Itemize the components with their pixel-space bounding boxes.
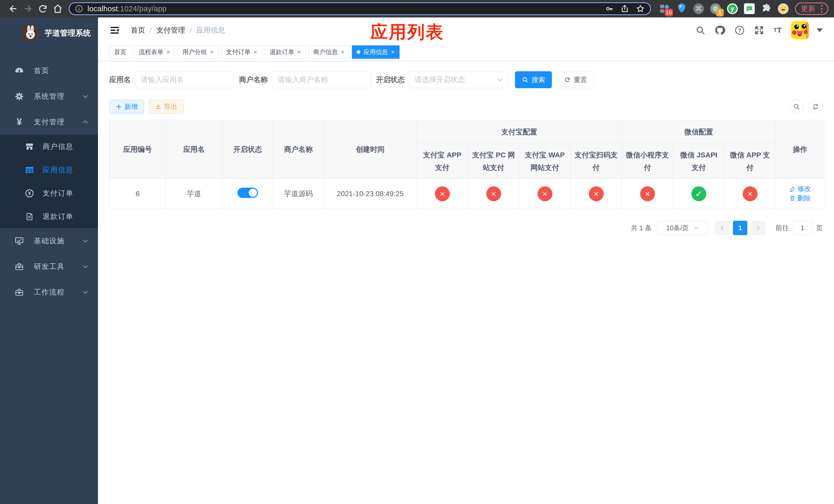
extension-chat-icon[interactable] — [744, 3, 755, 14]
browser-home-button[interactable] — [50, 2, 65, 15]
avatar-caret-icon[interactable] — [816, 28, 823, 32]
browser-menu-icon[interactable] — [821, 5, 822, 13]
tab-home[interactable]: 首页 — [109, 45, 131, 59]
tab-pay-orders[interactable]: 支付订单× — [221, 45, 262, 59]
table-grid-icon — [24, 165, 36, 175]
extension-tampermonkey-icon[interactable]: 10 — [659, 3, 671, 14]
pagination-total: 共 1 条 — [631, 224, 652, 232]
sidebar-item-refund-orders[interactable]: 退款订单 — [0, 205, 98, 228]
address-bar[interactable]: localhost:1024/pay/app — [69, 2, 651, 15]
site-info-icon[interactable] — [74, 4, 83, 13]
tab-process-form[interactable]: 流程表单× — [134, 45, 175, 59]
password-key-icon[interactable] — [605, 4, 614, 13]
share-icon[interactable] — [620, 4, 629, 13]
tab-merchant-info[interactable]: 商户信息× — [308, 45, 349, 59]
status-select[interactable]: 请选择开启状态 — [409, 71, 508, 88]
search-icon[interactable] — [696, 25, 705, 35]
help-icon[interactable]: ? — [734, 25, 745, 36]
sidebar-item-pay-orders[interactable]: ¥ 支付订单 — [0, 182, 98, 205]
close-icon[interactable]: × — [167, 48, 170, 55]
add-button[interactable]: 新增 — [109, 100, 144, 114]
cell-actions: 修改 删除 — [776, 179, 825, 209]
status-badge: × — [743, 186, 758, 201]
extension-emoji-icon[interactable] — [777, 3, 789, 14]
tab-user-group[interactable]: 用户分组× — [177, 45, 219, 59]
avatar[interactable] — [791, 21, 809, 39]
chevron-left-icon — [719, 225, 725, 231]
next-page-button[interactable] — [751, 221, 765, 235]
sidebar: 芋道管理系统 首页 系统管理 ¥ 支付管理 — [0, 18, 98, 504]
col-header-alipay-wap: 支付宝 WAP 网站支付 — [519, 144, 571, 179]
refresh-button[interactable] — [808, 99, 823, 114]
extension-puzzle-icon[interactable] — [761, 3, 772, 14]
page-size-select[interactable]: 10条/页 — [657, 221, 708, 235]
app-logo[interactable]: 芋道管理系统 — [0, 18, 98, 49]
col-header-actions: 操作 — [776, 120, 825, 179]
browser-back-button[interactable] — [6, 2, 21, 15]
page-content: 应用名 商户名称 开启状态 请选择开启状态 搜索 — [98, 61, 834, 245]
breadcrumb-payment[interactable]: 支付管理 — [156, 25, 185, 35]
status-badge: × — [537, 186, 552, 201]
merchant-name-input[interactable] — [272, 71, 371, 88]
cell-app-name: 芋道 — [166, 179, 222, 209]
page-annotation: 应用列表 — [370, 21, 444, 44]
app-title: 芋道管理系统 — [45, 28, 91, 39]
payment-submenu: 商户信息 应用信息 ¥ 支付订单 — [0, 135, 98, 228]
export-button[interactable]: 导出 — [149, 100, 184, 114]
page-number-1[interactable]: 1 — [733, 221, 747, 235]
extension-yuque-icon[interactable]: y — [727, 3, 738, 14]
browser-reload-button[interactable] — [36, 2, 50, 15]
sidebar-item-dev-tools[interactable]: 研发工具 — [0, 254, 98, 279]
browser-forward-button[interactable] — [21, 2, 36, 15]
logo-rabbit-image — [22, 25, 39, 41]
extension-cmd-icon[interactable]: ⌘ — [693, 3, 704, 14]
shop-icon — [24, 142, 36, 151]
col-header-alipay-qr: 支付宝扫码支付 — [571, 144, 622, 179]
status-badge: × — [486, 186, 501, 201]
close-icon[interactable]: × — [254, 48, 257, 55]
monitor-icon — [13, 236, 25, 246]
font-size-icon[interactable]: TT — [773, 26, 782, 35]
close-icon[interactable]: × — [341, 48, 345, 55]
sidebar-item-app-info[interactable]: 应用信息 — [0, 158, 98, 182]
show-search-button[interactable] — [789, 99, 804, 114]
delete-link[interactable]: 删除 — [789, 194, 811, 203]
extensions-row: 10 ⌘ 1 y — [659, 3, 789, 14]
sidebar-collapse-icon[interactable] — [109, 25, 120, 36]
search-button[interactable]: 搜索 — [515, 71, 552, 88]
cell-status — [222, 179, 273, 209]
fullscreen-icon[interactable] — [754, 25, 764, 36]
browser-update-button[interactable]: 更新 — [795, 3, 828, 15]
close-icon[interactable]: × — [297, 48, 301, 55]
extension-recorder-icon[interactable]: 1 — [710, 3, 721, 14]
chevron-down-icon — [82, 289, 89, 296]
sidebar-item-payment[interactable]: ¥ 支付管理 — [0, 109, 98, 135]
close-icon[interactable]: × — [391, 48, 395, 55]
url-text: localhost:1024/pay/app — [87, 4, 605, 13]
sidebar-item-merchant-info[interactable]: 商户信息 — [0, 135, 98, 158]
sidebar-item-system[interactable]: 系统管理 — [0, 84, 98, 109]
col-header-created: 创建时间 — [324, 120, 417, 179]
tab-app-info[interactable]: 应用信息× — [352, 45, 399, 59]
edit-link[interactable]: 修改 — [789, 184, 811, 193]
github-icon[interactable] — [715, 25, 725, 36]
col-header-alipay-pc: 支付宝 PC 网站支付 — [468, 144, 519, 179]
breadcrumb-home[interactable]: 首页 — [131, 25, 145, 35]
app-name-input[interactable] — [135, 71, 234, 88]
sidebar-item-workflow[interactable]: 工作流程 — [0, 279, 98, 305]
sidebar-item-home[interactable]: 首页 — [0, 58, 98, 84]
cell-merchant: 芋道源码 — [273, 179, 324, 209]
bookmark-star-icon[interactable] — [636, 4, 645, 13]
sidebar-item-infrastructure[interactable]: 基础设施 — [0, 228, 98, 254]
col-header-app-id: 应用编号 — [110, 120, 166, 179]
reset-button[interactable]: 重置 — [557, 71, 594, 88]
tab-refund-orders[interactable]: 退款订单× — [265, 45, 306, 59]
prev-page-button[interactable] — [715, 221, 729, 235]
chevron-down-icon — [82, 263, 89, 270]
status-toggle[interactable] — [238, 188, 258, 198]
extension-balloon-icon[interactable] — [676, 3, 687, 14]
goto-page-input[interactable] — [792, 221, 812, 235]
close-icon[interactable]: × — [210, 48, 214, 55]
group-header-wechat: 微信配置 — [622, 120, 776, 144]
filter-form: 应用名 商户名称 开启状态 请选择开启状态 搜索 — [109, 71, 823, 88]
